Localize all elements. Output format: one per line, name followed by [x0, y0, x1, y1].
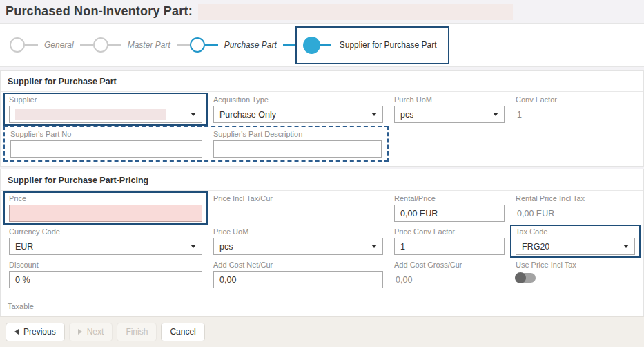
changed-fields-dashed-outline: Supplier's Part No Supplier's Part Descr…	[3, 126, 389, 162]
connector-line	[80, 44, 93, 46]
field-label: Discount	[9, 261, 202, 269]
input-wrap	[394, 238, 505, 255]
step-purchase-part-circle-icon[interactable]	[190, 37, 205, 53]
section-title: Supplier for Purchase Part-Pricing	[1, 169, 643, 191]
chevron-down-icon	[623, 245, 629, 248]
step-current-focus-box: Supplier for Purchase Part	[295, 26, 449, 64]
field-label: Add Cost Net/Cur	[213, 261, 383, 269]
redacted-value	[15, 109, 166, 120]
purch-uom-combobox[interactable]: pcs	[394, 106, 505, 123]
field-use-price-incl-tax: Use Price Incl Tax	[510, 258, 641, 291]
step-general-circle-icon[interactable]	[10, 37, 25, 53]
chevron-down-icon	[493, 113, 498, 116]
field-purch-uom: Purch UoM pcs	[389, 93, 510, 126]
field-label: Price Conv Factor	[394, 227, 505, 236]
field-price: Price	[3, 191, 208, 225]
step-purchase-part-label[interactable]: Purchase Part	[224, 40, 277, 50]
title-bar: Purchased Non-Inventory Part:	[0, 0, 644, 23]
field-add-cost-net: Add Cost Net/Cur	[208, 258, 389, 291]
field-label: Price Incl Tax/Cur	[213, 194, 383, 203]
field-label: Tax Code	[516, 227, 635, 236]
combo-value: FRG20	[522, 242, 549, 252]
field-label: Price UoM	[213, 227, 383, 236]
field-label: Conv Factor	[516, 95, 635, 104]
next-icon	[78, 329, 82, 335]
field-conv-factor: Conv Factor 1	[510, 93, 641, 126]
previous-button[interactable]: Previous	[6, 323, 65, 341]
supplier-combobox[interactable]	[9, 106, 202, 123]
button-label: Next	[87, 327, 104, 337]
field-currency-code: Currency Code EUR	[3, 225, 208, 258]
previous-icon	[14, 329, 19, 335]
step-supplier-label[interactable]: Supplier for Purchase Part	[340, 40, 437, 50]
suppliers-part-description-input[interactable]	[219, 144, 375, 154]
field-label: Purch UoM	[394, 95, 505, 104]
acquisition-type-combobox[interactable]: Purchase Only	[213, 106, 383, 123]
input-wrap	[213, 271, 383, 288]
price-incl-tax-value	[213, 205, 383, 222]
field-tax-code: Tax Code FRG20	[510, 225, 641, 258]
connector-line	[283, 44, 296, 46]
chevron-down-icon	[371, 113, 377, 116]
field-label: Supplier	[9, 95, 202, 104]
input-wrap	[213, 140, 382, 158]
step-supplier-circle-icon[interactable]	[303, 37, 320, 54]
field-discount: Discount	[3, 258, 208, 291]
connector-line	[25, 44, 38, 46]
connector-line	[205, 44, 218, 46]
currency-code-combobox[interactable]: EUR	[9, 238, 202, 255]
field-rental-price: Rental/Price	[389, 191, 510, 225]
field-label: Use Price Incl Tax	[516, 261, 635, 269]
field-label: Acquisition Type	[213, 95, 383, 104]
price-input[interactable]	[15, 209, 196, 218]
add-cost-net-input[interactable]	[219, 275, 377, 285]
field-price-conv-factor: Price Conv Factor	[389, 225, 510, 258]
input-wrap	[394, 205, 505, 222]
input-wrap	[9, 271, 202, 288]
rental-price-incl-tax-value: 0,00 EUR	[516, 205, 635, 222]
connector-line	[177, 44, 190, 46]
page-title: Purchased Non-Inventory Part:	[6, 4, 193, 19]
add-cost-gross-value: 0,00	[394, 271, 505, 288]
field-label: Taxable	[8, 302, 636, 310]
chevron-down-icon	[191, 245, 196, 248]
field-add-cost-gross: Add Cost Gross/Cur 0,00	[389, 258, 510, 291]
chevron-down-icon	[371, 245, 377, 248]
chevron-down-icon	[191, 113, 196, 116]
section-title: Supplier for Purchase Part	[1, 71, 643, 92]
field-label: Add Cost Gross/Cur	[394, 261, 505, 269]
title-redacted-value	[198, 4, 513, 20]
connector-line	[320, 44, 331, 46]
price-uom-combobox[interactable]: pcs	[213, 238, 383, 255]
use-price-incl-tax-toggle[interactable]	[516, 273, 536, 283]
suppliers-part-no-input[interactable]	[17, 144, 196, 154]
wizard-footer: Previous Next Finish Cancel	[0, 316, 644, 347]
field-label: Supplier's Part No	[10, 130, 202, 138]
field-label: Rental/Price	[394, 194, 505, 203]
section-supplier-for-purchase-part: Supplier for Purchase Part Supplier Acqu…	[0, 70, 644, 167]
finish-button[interactable]: Finish	[117, 323, 157, 341]
step-master-part-circle-icon[interactable]	[93, 37, 108, 53]
rental-price-input[interactable]	[400, 209, 498, 218]
button-label: Finish	[126, 327, 148, 337]
combo-value: EUR	[15, 242, 33, 252]
button-label: Previous	[23, 327, 56, 337]
cancel-button[interactable]: Cancel	[161, 323, 204, 341]
discount-input[interactable]	[15, 275, 196, 285]
field-suppliers-part-description: Supplier's Part Description	[208, 127, 387, 160]
step-master-part-label[interactable]: Master Part	[128, 40, 170, 50]
button-label: Cancel	[170, 327, 195, 337]
conv-factor-value: 1	[516, 106, 635, 123]
field-suppliers-part-no: Supplier's Part No	[5, 127, 208, 160]
field-label: Price	[9, 194, 202, 203]
input-wrap	[10, 140, 202, 158]
next-button[interactable]: Next	[69, 323, 113, 341]
field-price-incl-tax: Price Incl Tax/Cur	[208, 191, 389, 225]
field-label: Rental Price Incl Tax	[516, 194, 635, 203]
field-supplier: Supplier	[3, 93, 208, 126]
field-price-uom: Price UoM pcs	[208, 225, 389, 258]
tax-code-combobox[interactable]: FRG20	[516, 238, 635, 255]
field-label: Currency Code	[9, 227, 202, 236]
step-general-label[interactable]: General	[44, 40, 74, 50]
price-conv-factor-input[interactable]	[400, 242, 498, 252]
